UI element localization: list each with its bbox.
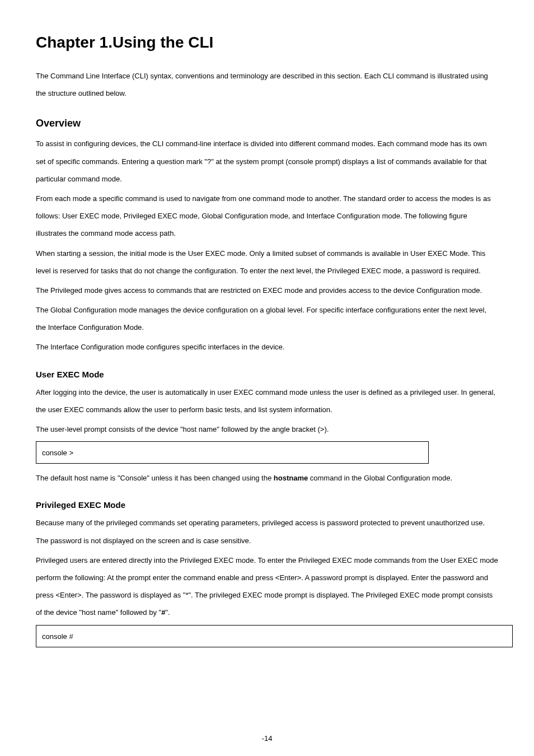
overview-p5: The Global Configuration mode manages th… [36, 301, 498, 336]
priv-exec-p2-pre: Privileged users are entered directly in… [36, 556, 498, 617]
overview-p4: The Privileged mode gives access to comm… [36, 282, 498, 299]
priv-exec-p1: Because many of the privileged commands … [36, 514, 498, 549]
priv-exec-heading: Privileged EXEC Mode [36, 500, 498, 510]
page-number: -14 [262, 734, 273, 743]
overview-p6: The Interface Configuration mode configu… [36, 338, 498, 356]
user-exec-prompt: console > [42, 449, 73, 457]
page-footer: -14 [0, 734, 534, 743]
user-exec-p1: After logging into the device, the user … [36, 384, 498, 418]
priv-exec-p2-post: ". [165, 608, 170, 617]
section-overview-heading: Overview [36, 118, 498, 129]
hostname-command: hostname [274, 474, 308, 482]
user-exec-prompt-box: console > [36, 441, 429, 464]
user-exec-p2: The user-level prompt consists of the de… [36, 421, 498, 438]
user-exec-after-pre: The default host name is "Console" unles… [36, 474, 274, 482]
user-exec-heading: User EXEC Mode [36, 370, 498, 379]
overview-p2: From each mode a specific command is use… [36, 190, 498, 242]
priv-exec-prompt: console # [42, 632, 73, 641]
overview-p3: When starting a session, the initial mod… [36, 245, 498, 279]
user-exec-after-post: command in the Global Configuration mode… [308, 474, 452, 482]
user-exec-after: The default host name is "Console" unles… [36, 469, 498, 487]
priv-exec-prompt-box: console # [36, 625, 513, 647]
overview-p1: To assist in configuring devices, the CL… [36, 135, 498, 188]
chapter-title: Chapter 1.Using the CLI [36, 34, 498, 52]
priv-exec-p2: Privileged users are entered directly in… [36, 552, 498, 622]
document-page: Chapter 1.Using the CLI The Command Line… [0, 0, 534, 756]
intro-paragraph: The Command Line Interface (CLI) syntax,… [36, 67, 498, 102]
